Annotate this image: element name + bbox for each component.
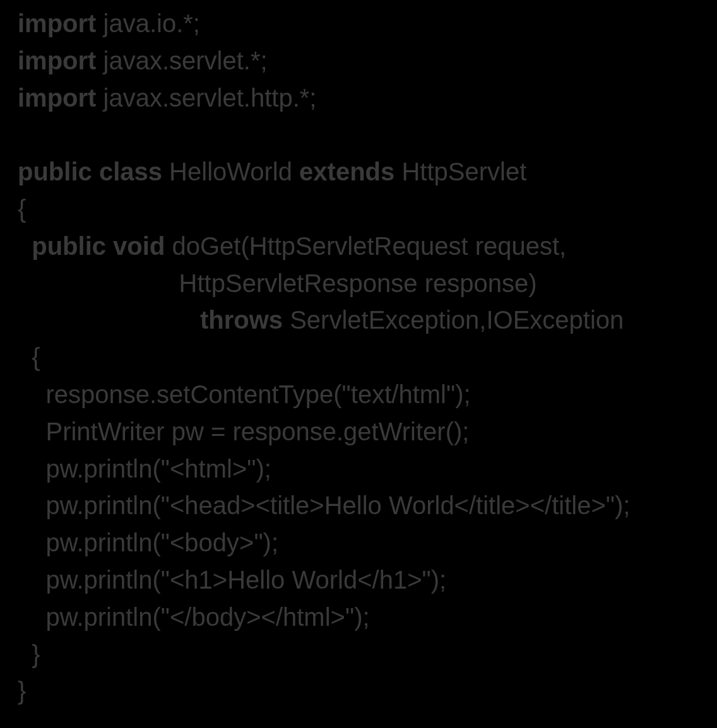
- code-token: }: [18, 677, 26, 705]
- code-token: pw.println("<body>");: [18, 529, 278, 556]
- code-token: throws: [200, 306, 290, 334]
- code-token: import: [18, 47, 104, 74]
- code-block: import java.io.*; import javax.servlet.*…: [0, 0, 717, 715]
- code-line: import javax.servlet.*;: [18, 47, 268, 74]
- code-token: HttpServlet: [401, 158, 526, 185]
- code-line: public void doGet(HttpServletRequest req…: [18, 232, 566, 260]
- code-line: pw.println("<body>");: [18, 529, 278, 556]
- code-line: public class HelloWorld extends HttpServ…: [18, 158, 526, 185]
- code-token: doGet(HttpServletRequest request,: [172, 232, 566, 260]
- code-token: java.io.*;: [104, 9, 200, 37]
- code-token: import: [18, 9, 104, 37]
- code-token: import: [18, 84, 104, 112]
- code-line: throws ServletException,IOException: [18, 306, 624, 334]
- code-line: {: [18, 343, 40, 371]
- code-line: }: [18, 640, 40, 668]
- code-line: PrintWriter pw = response.getWriter();: [18, 418, 469, 445]
- code-token: HelloWorld: [169, 158, 299, 185]
- code-line: HttpServletResponse response): [18, 269, 537, 297]
- code-token: extends: [299, 158, 401, 185]
- code-token: public void: [18, 232, 172, 260]
- code-line: }: [18, 677, 26, 705]
- code-token: }: [18, 640, 40, 668]
- code-token: [18, 306, 200, 334]
- code-token: public class: [18, 158, 169, 185]
- code-token: {: [18, 343, 40, 371]
- code-line: {: [18, 195, 26, 223]
- code-line: response.setContentType("text/html");: [18, 380, 471, 408]
- code-token: pw.println("<html>");: [18, 455, 271, 483]
- code-token: PrintWriter pw = response.getWriter();: [18, 418, 469, 445]
- code-line: pw.println("<head><title>Hello World</ti…: [18, 491, 630, 519]
- code-token: response.setContentType("text/html");: [18, 380, 471, 408]
- code-token: pw.println("<h1>Hello World</h1>");: [18, 566, 446, 594]
- code-line: import javax.servlet.http.*;: [18, 84, 316, 112]
- code-line: import java.io.*;: [18, 9, 200, 37]
- code-token: pw.println("<head><title>Hello World</ti…: [18, 491, 630, 519]
- code-line: pw.println("<h1>Hello World</h1>");: [18, 566, 446, 594]
- code-token: ServletException,IOException: [290, 306, 624, 334]
- code-token: javax.servlet.http.*;: [104, 84, 317, 112]
- code-token: {: [18, 195, 26, 223]
- code-line: pw.println("</body></html>");: [18, 603, 370, 631]
- code-token: HttpServletResponse response): [18, 269, 537, 297]
- code-token: javax.servlet.*;: [104, 47, 268, 74]
- code-token: pw.println("</body></html>");: [18, 603, 370, 631]
- code-line: pw.println("<html>");: [18, 455, 271, 483]
